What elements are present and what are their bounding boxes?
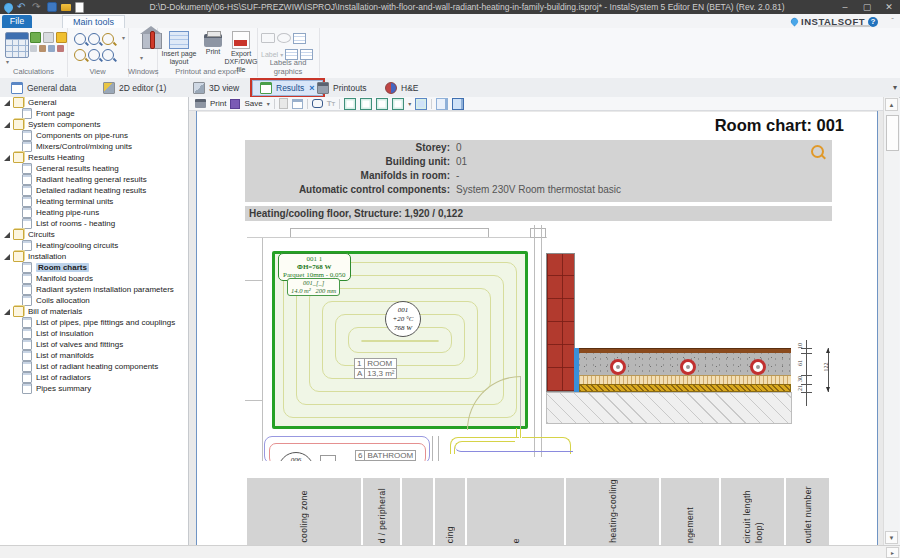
tab-3d-view[interactable]: 3D view [186,80,246,96]
print-button[interactable]: Print [200,28,226,56]
tree-item-results-heating[interactable]: Results Heating [0,152,188,163]
save-icon[interactable] [47,2,57,12]
calc-option-6-icon[interactable] [48,45,55,52]
copy-icon[interactable] [279,98,288,109]
fit-page-icon[interactable] [415,98,427,110]
collapse-ribbon-icon[interactable]: ˆ [891,16,894,25]
save-label[interactable]: Save [244,99,262,108]
tab-h-e[interactable]: H&E [378,80,425,96]
calc-option-1-icon[interactable] [30,32,41,43]
top-wall-line [247,237,547,238]
tree-item-room-charts[interactable]: Room charts [0,262,188,273]
windows-dropdown-icon[interactable]: ▾ [140,54,143,61]
tree-item-list-of-manifolds[interactable]: List of manifolds [0,350,188,361]
line-shape-icon[interactable] [261,33,275,43]
tab-general-data[interactable]: General data [4,80,83,96]
tree-item-mixers-control-mixing-units[interactable]: Mixers/Control/mixing units [0,141,188,152]
calc-option-4-icon[interactable] [30,45,37,52]
tree-item-front-page[interactable]: Front page [0,108,188,119]
view-two-pages-icon[interactable] [360,98,372,110]
zoom-window-icon[interactable] [102,33,114,45]
tree-item-general-results-heating[interactable]: General results heating [0,163,188,174]
scrollbar-thumb[interactable] [886,115,899,151]
tab-2d-editor-1-[interactable]: 2D editor (1) [96,80,173,96]
info-value: System 230V Room thermostat basic [456,184,621,195]
zoom-selection-icon[interactable] [102,49,114,61]
tree-item-list-of-radiators[interactable]: List of radiators [0,372,188,383]
label-button[interactable]: Label [261,51,278,58]
tree-item-heating-terminal-units[interactable]: Heating terminal units [0,196,188,207]
tab-label: General data [27,83,76,93]
view-dropdown-icon[interactable]: ▾ [122,34,125,41]
tree-item-coils-allocation[interactable]: Coils allocation [0,295,188,306]
save-icon[interactable] [230,99,240,109]
tree-item-detailed-radiant-heating-results[interactable]: Detailed radiant heating results [0,185,188,196]
zoom-in-icon[interactable] [74,33,86,45]
zoom-out-icon[interactable] [88,33,100,45]
tree-item-general[interactable]: General [0,97,188,108]
main-tools-tab[interactable]: Main tools [62,15,125,28]
print-icon[interactable] [195,99,206,108]
magnifier-icon[interactable] [811,145,824,158]
zoom-all-icon[interactable] [88,49,100,61]
tab-label: Results [276,83,304,93]
tree-item-manifold-boards[interactable]: Manifold boards [0,273,188,284]
tab-printouts[interactable]: Printouts [310,80,374,96]
tree-item-system-components[interactable]: System components [0,119,188,130]
close-button[interactable]: ✕ [878,2,900,12]
maximize-button[interactable]: ▢ [856,2,878,12]
tree-item-list-of-rooms-heating[interactable]: List of rooms - heating [0,218,188,229]
ellipse-shape-icon[interactable] [277,33,291,43]
tree-item-list-of-insulation[interactable]: List of insulation [0,328,188,339]
tree-item-installation[interactable]: Installation [0,251,188,262]
tree-item-circuits[interactable]: Circuits [0,229,188,240]
find-icon[interactable] [312,99,323,108]
save-dropdown-icon[interactable]: ▾ [267,100,270,107]
tree-item-components-on-pipe-runs[interactable]: Components on pipe-runs [0,130,188,141]
bookmarks-panel-icon[interactable] [452,98,464,110]
new-icon[interactable] [75,2,84,13]
tree-item-list-of-pipes-pipe-fittings-and-couplings[interactable]: List of pipes, pipe fittings and couplin… [0,317,188,328]
calc-option-5-icon[interactable] [39,45,46,52]
calc-option-2-icon[interactable] [43,32,54,43]
scroll-up-icon[interactable]: ▲ [885,98,898,111]
print-label[interactable]: Print [210,99,226,108]
calc-dropdown-icon[interactable]: ▾ [6,58,9,65]
view-continuous-icon[interactable] [376,98,388,110]
scroll-down-icon[interactable]: ▼ [885,531,898,544]
view-mode-dropdown-icon[interactable]: ▾ [408,100,411,107]
tree-item-heating-pipe-runs[interactable]: Heating pipe-runs [0,207,188,218]
tree-item-bill-of-materials[interactable]: Bill of materials [0,306,188,317]
undo-icon[interactable]: ↶ [17,3,28,12]
vertical-scrollbar[interactable]: ▲ ▼ [883,97,899,545]
rotated-header-text: cing [445,526,455,545]
redo-icon[interactable]: ↷ [32,3,43,12]
tree-item-radiant-heating-general-results[interactable]: Radiant heating general results [0,174,188,185]
app-icon[interactable] [2,1,15,14]
document-toolbar: Print Save ▾ TT ▾ [189,97,884,111]
thumbnails-panel-icon[interactable] [436,98,448,110]
table-view-icon[interactable] [292,99,303,109]
tree-item-pipes-summary[interactable]: Pipes summary [0,383,188,394]
view-multiple-icon[interactable] [392,98,404,110]
legend-table-icon[interactable] [293,33,306,44]
zoom-previous-icon[interactable] [74,49,86,61]
tree-item-radiant-system-installation-parameters[interactable]: Radiant system installation parameters [0,284,188,295]
insert-page-layout-button[interactable]: Insert page layout [160,28,198,66]
text-size-icon[interactable]: TT [327,99,336,108]
tree-item-heating-cooling-circuits[interactable]: Heating/cooling circuits [0,240,188,251]
file-menu-button[interactable]: File [2,15,32,28]
open-icon[interactable] [61,4,71,11]
minimize-button[interactable]: – [834,2,856,12]
calc-option-7-icon[interactable] [57,45,64,52]
foil-layer [579,384,791,392]
tab-overflow-icon[interactable]: ▾ [893,83,897,92]
scroll-right-icon[interactable]: ▸ [886,547,899,558]
tree-item-list-of-radiant-heating-components[interactable]: List of radiant heating components [0,361,188,372]
wall-line [262,237,263,461]
label-dropdown-icon[interactable]: ▾ [280,51,283,58]
tree-item-list-of-valves-and-fittings[interactable]: List of valves and fittings [0,339,188,350]
calc-option-3-icon[interactable] [56,32,67,43]
view-single-page-icon[interactable] [344,98,356,110]
calculate-icon[interactable] [5,32,29,58]
